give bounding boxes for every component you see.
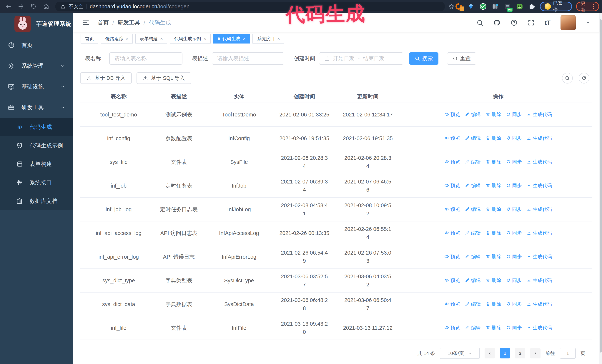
browser-forward-button[interactable] — [17, 2, 25, 11]
action-delete-link[interactable]: 删除 — [485, 276, 501, 284]
avatar-caret-icon[interactable] — [586, 20, 591, 25]
page-button-2[interactable]: 2 — [515, 348, 525, 358]
extension-green-check-icon[interactable] — [479, 2, 487, 10]
action-sync-link[interactable]: 同步 — [506, 205, 522, 213]
extension-proxy-icon[interactable]: on — [503, 2, 511, 10]
action-generate-link[interactable]: 生成代码 — [527, 110, 552, 118]
next-page-button[interactable] — [530, 348, 540, 358]
extensions-puzzle-icon[interactable] — [528, 2, 536, 10]
action-delete-link[interactable]: 删除 — [485, 110, 501, 118]
action-sync-link[interactable]: 同步 — [506, 300, 522, 308]
action-edit-link[interactable]: 编辑 — [465, 229, 481, 237]
import-db-button[interactable]: 基于 DB 导入 — [80, 73, 132, 84]
action-edit-link[interactable]: 编辑 — [465, 158, 481, 166]
action-delete-link[interactable]: 删除 — [485, 252, 501, 261]
page-size-select[interactable]: 10条/页 — [440, 348, 480, 359]
sidebar-item[interactable]: 首页 — [0, 35, 73, 56]
action-edit-link[interactable]: 编辑 — [465, 110, 481, 118]
scrollbar-thumb[interactable] — [600, 19, 602, 353]
close-icon[interactable]: × — [126, 36, 128, 41]
action-edit-link[interactable]: 编辑 — [465, 276, 481, 284]
user-avatar[interactable] — [560, 15, 576, 30]
action-edit-link[interactable]: 编辑 — [465, 300, 481, 308]
action-preview-link[interactable]: 预览 — [444, 252, 460, 261]
action-preview-link[interactable]: 预览 — [444, 181, 460, 190]
breadcrumb-tools[interactable]: 研发工具 — [118, 19, 140, 26]
action-delete-link[interactable]: 删除 — [485, 229, 501, 237]
action-delete-link[interactable]: 删除 — [485, 300, 501, 308]
action-delete-link[interactable]: 删除 — [485, 134, 501, 142]
date-range-picker[interactable]: 开始日期 - 结束日期 — [319, 52, 403, 65]
action-sync-link[interactable]: 同步 — [506, 252, 522, 261]
github-icon[interactable] — [494, 19, 501, 26]
page-button-1[interactable]: 1 — [500, 348, 510, 358]
close-icon[interactable]: × — [277, 36, 280, 41]
breadcrumb-home[interactable]: 首页 — [98, 19, 109, 26]
action-generate-link[interactable]: 生成代码 — [527, 134, 552, 142]
action-sync-link[interactable]: 同步 — [506, 134, 522, 142]
action-preview-link[interactable]: 预览 — [444, 205, 460, 213]
sidebar-logo-row[interactable]: 芋道管理系统 — [0, 13, 73, 35]
action-sync-link[interactable]: 同步 — [506, 181, 522, 190]
action-sync-link[interactable]: 同步 — [506, 158, 522, 166]
search-button[interactable]: 搜索 — [409, 52, 439, 65]
action-sync-link[interactable]: 同步 — [506, 324, 522, 332]
extension-gem-icon[interactable] — [467, 2, 475, 10]
tab-item[interactable]: 首页 — [81, 34, 98, 43]
close-icon[interactable]: × — [160, 36, 163, 41]
action-generate-link[interactable]: 生成代码 — [527, 205, 552, 213]
refresh-table-button[interactable] — [579, 73, 589, 83]
close-icon[interactable]: × — [204, 36, 206, 41]
tab-active[interactable]: 代码生成× — [213, 34, 250, 43]
tab-item[interactable]: 链路追踪× — [101, 34, 133, 43]
browser-update-pill[interactable]: 更新 — [576, 2, 599, 11]
action-edit-link[interactable]: 编辑 — [465, 205, 481, 213]
table-desc-input[interactable]: 请输入表描述 — [212, 52, 284, 65]
action-sync-link[interactable]: 同步 — [506, 229, 522, 237]
action-edit-link[interactable]: 编辑 — [465, 252, 481, 261]
action-sync-link[interactable]: 同步 — [506, 110, 522, 118]
font-size-icon[interactable]: tT — [545, 19, 550, 26]
action-preview-link[interactable]: 预览 — [444, 110, 460, 118]
sidebar-subitem[interactable]: 表单构建 — [0, 155, 73, 173]
tab-item[interactable]: 系统接口× — [252, 34, 284, 43]
action-edit-link[interactable]: 编辑 — [465, 134, 481, 142]
table-name-input[interactable]: 请输入表名称 — [109, 52, 183, 65]
sidebar-subitem[interactable]: 系统接口 — [0, 173, 73, 192]
browser-reload-button[interactable] — [29, 2, 38, 11]
import-sql-button[interactable]: 基于 SQL 导入 — [137, 73, 191, 84]
action-generate-link[interactable]: 生成代码 — [527, 324, 552, 332]
action-generate-link[interactable]: 生成代码 — [527, 229, 552, 237]
fullscreen-icon[interactable] — [527, 19, 535, 26]
action-generate-link[interactable]: 生成代码 — [527, 252, 552, 261]
action-edit-link[interactable]: 编辑 — [465, 181, 481, 190]
action-delete-link[interactable]: 删除 — [485, 181, 501, 190]
extension-monkey-icon[interactable] — [516, 2, 524, 10]
toggle-search-button[interactable] — [562, 73, 573, 83]
action-preview-link[interactable]: 预览 — [444, 324, 460, 332]
action-generate-link[interactable]: 生成代码 — [527, 158, 552, 166]
page-scrollbar[interactable] — [599, 13, 602, 364]
action-edit-link[interactable]: 编辑 — [465, 324, 481, 332]
action-delete-link[interactable]: 删除 — [485, 158, 501, 166]
address-bar[interactable]: 不安全 dashboard.yudao.iocoder.cn/tool/code… — [55, 2, 445, 11]
tab-item[interactable]: 表单构建× — [135, 34, 167, 43]
extension-orange-icon[interactable]: 1 — [455, 2, 463, 10]
browser-home-button[interactable] — [42, 2, 50, 11]
action-preview-link[interactable]: 预览 — [444, 158, 460, 166]
action-sync-link[interactable]: 同步 — [506, 276, 522, 284]
sidebar-subitem[interactable]: 数据库文档 — [0, 192, 73, 210]
header-search-icon[interactable] — [476, 19, 484, 26]
prev-page-button[interactable] — [484, 348, 495, 358]
tab-item[interactable]: 代码生成示例× — [170, 34, 211, 43]
recorder-paused-pill[interactable]: 已暂停 — [540, 2, 572, 11]
action-generate-link[interactable]: 生成代码 — [527, 276, 552, 284]
action-preview-link[interactable]: 预览 — [444, 134, 460, 142]
help-icon[interactable] — [510, 19, 517, 26]
sidebar-item[interactable]: 基础设施 — [0, 76, 73, 97]
action-preview-link[interactable]: 预览 — [444, 276, 460, 284]
sidebar-item[interactable]: 研发工具 — [0, 97, 73, 118]
action-preview-link[interactable]: 预览 — [444, 300, 460, 308]
sidebar-subitem[interactable]: 代码生成 — [0, 118, 73, 136]
sidebar-subitem[interactable]: 代码生成示例 — [0, 136, 73, 155]
